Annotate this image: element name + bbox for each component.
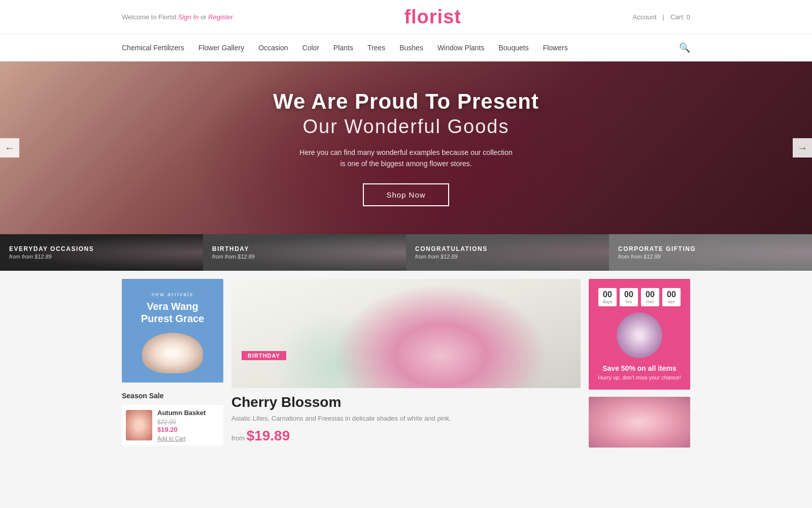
main-content: new arrivals Vera Wang Purest Grace Seas…	[0, 271, 812, 456]
cat-banner-corporate[interactable]: CORPORATE GIFTING fromfrom $12.89	[609, 234, 812, 271]
countdown-min: 00 min	[641, 288, 659, 306]
nav-window-plants[interactable]: Window Plants	[437, 35, 485, 61]
min-value: 00	[645, 290, 656, 299]
logo[interactable]: florist	[404, 6, 461, 28]
cat-banner-overlay-4	[609, 234, 812, 271]
cat-banner-from-2: fromfrom $12.89	[212, 253, 397, 260]
countdown-flower-image	[617, 312, 662, 358]
sale-item-info: Autumn Basket $22.00 $19.20 Add to Cart	[157, 409, 219, 441]
left-panel: new arrivals Vera Wang Purest Grace Seas…	[122, 279, 223, 448]
nav-occasion[interactable]: Occasion	[258, 35, 288, 61]
divider: |	[663, 13, 664, 21]
new-arrivals-flower-image	[142, 333, 203, 373]
right-flower-preview[interactable]	[589, 397, 690, 448]
nav-flower-gallery[interactable]: Flower Gallery	[198, 35, 244, 61]
search-icon[interactable]: 🔍	[679, 42, 690, 53]
cart-link[interactable]: Cart: 0	[670, 13, 690, 21]
hero-title-bold: We Are Proud To Present	[273, 89, 539, 114]
new-arrivals-card[interactable]: new arrivals Vera Wang Purest Grace	[122, 279, 223, 383]
hero-description: Here you can find many wonderful example…	[299, 147, 513, 170]
cat-banner-overlay-1	[0, 234, 203, 271]
nav-flowers[interactable]: Flowers	[543, 35, 568, 61]
or-label: or	[200, 13, 207, 21]
nav-color[interactable]: Color	[302, 35, 319, 61]
sale-item-image	[126, 410, 152, 440]
sale-item: Autumn Basket $22.00 $19.20 Add to Cart	[122, 405, 223, 446]
days-label: days	[602, 299, 613, 304]
sale-item-new-price: $19.20	[157, 426, 219, 433]
cat-banner-from-4: fromfrom $12.89	[618, 253, 803, 260]
register-link[interactable]: Register	[208, 13, 232, 21]
countdown-hurry-text: Hurry up, don't miss your chance!	[598, 374, 681, 380]
cat-banner-title-4: CORPORATE GIFTING	[618, 245, 803, 252]
top-right: Account | Cart: 0	[633, 13, 690, 21]
countdown-save-text: Save 50% on all items	[598, 364, 681, 372]
cat-banner-title-3: CONGRATULATIONS	[415, 245, 600, 252]
center-panel: BIRTHDAY Cherry Blossom Asiatic Lilies, …	[231, 279, 581, 448]
add-to-cart-link[interactable]: Add to Cart	[157, 435, 219, 441]
countdown-hrs: 00 hrs	[620, 288, 638, 306]
account-link[interactable]: Account	[633, 13, 657, 21]
nav-bushes[interactable]: Bushes	[399, 35, 423, 61]
hero-content: We Are Proud To Present Our Wonderful Go…	[273, 89, 539, 207]
cat-banner-title-2: BIRTHDAY	[212, 245, 397, 252]
hrs-label: hrs	[623, 299, 634, 304]
hero-title-light: Our Wonderful Goods	[273, 116, 539, 138]
season-sale-title: Season Sale	[122, 392, 223, 400]
main-nav: Chemical Fertilizers Flower Gallery Occa…	[0, 35, 812, 61]
cat-banner-congratulations[interactable]: CONGRATULATIONS fromfrom $12.89	[406, 234, 609, 271]
welcome-label: Welcome to Florist	[122, 13, 176, 21]
sale-item-name: Autumn Basket	[157, 409, 219, 417]
countdown-card: 00 days 00 hrs 00 min 00 sec Save 50% on…	[589, 279, 690, 390]
hero-prev-button[interactable]: ←	[0, 138, 19, 157]
featured-product-title: Cherry Blossom	[231, 394, 581, 410]
featured-product-price: from $19.89	[231, 428, 581, 444]
season-sale-section: Season Sale Autumn Basket $22.00 $19.20 …	[122, 392, 223, 446]
cat-banner-overlay-3	[406, 234, 609, 271]
cat-banner-everyday[interactable]: EVERYDAY OCCASIONS fromfrom $12.89	[0, 234, 203, 271]
new-arrivals-title: Vera Wang Purest Grace	[131, 300, 214, 325]
cat-banner-overlay-2	[203, 234, 406, 271]
nav-bouquets[interactable]: Bouquets	[499, 35, 529, 61]
hero-section: ← We Are Proud To Present Our Wonderful …	[0, 61, 812, 234]
countdown-sec: 00 sec	[662, 288, 681, 306]
featured-product-image: BIRTHDAY	[231, 279, 581, 388]
signin-link[interactable]: Sign In	[178, 13, 198, 21]
cat-banner-title-1: EVERYDAY OCCASIONS	[9, 245, 194, 252]
nav-chemical-fertilizers[interactable]: Chemical Fertilizers	[122, 35, 184, 61]
featured-product-description: Asiatic Lilies, Carnations and Freesias …	[231, 414, 581, 424]
category-banners: EVERYDAY OCCASIONS fromfrom $12.89 BIRTH…	[0, 234, 812, 271]
countdown-timer: 00 days 00 hrs 00 min 00 sec	[598, 288, 681, 306]
shop-now-button[interactable]: Shop Now	[363, 183, 449, 206]
birthday-badge: BIRTHDAY	[242, 351, 286, 360]
nav-plants[interactable]: Plants	[333, 35, 353, 61]
sec-value: 00	[666, 290, 677, 299]
days-value: 00	[602, 290, 613, 299]
nav-trees[interactable]: Trees	[367, 35, 385, 61]
top-bar: Welcome to Florist Sign In or Register f…	[0, 0, 812, 35]
cat-banner-from-3: fromfrom $12.89	[415, 253, 600, 260]
new-arrivals-label: new arrivals	[152, 291, 194, 297]
sale-item-old-price: $22.00	[157, 419, 219, 426]
welcome-text: Welcome to Florist Sign In or Register	[122, 13, 233, 21]
hrs-value: 00	[623, 290, 634, 299]
countdown-days: 00 days	[598, 288, 617, 306]
product-price-value: $19.89	[247, 428, 290, 443]
from-label: from	[231, 434, 245, 442]
right-panel: 00 days 00 hrs 00 min 00 sec Save 50% on…	[589, 279, 690, 448]
sec-label: sec	[666, 299, 677, 304]
min-label: min	[645, 299, 656, 304]
hero-next-button[interactable]: →	[793, 138, 812, 157]
cat-banner-from-1: fromfrom $12.89	[9, 253, 194, 260]
cat-banner-birthday[interactable]: BIRTHDAY fromfrom $12.89	[203, 234, 406, 271]
